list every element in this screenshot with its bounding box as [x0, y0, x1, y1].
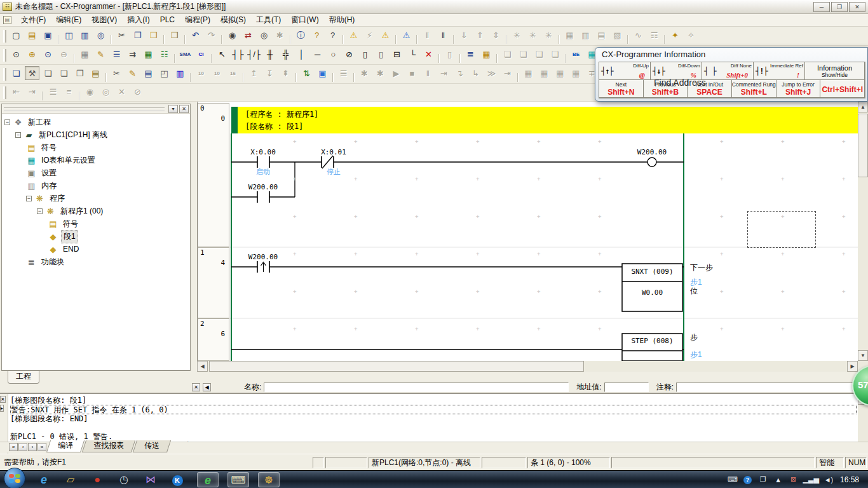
tab-scroll-next-button[interactable]: › — [28, 443, 37, 451]
output-tab-0[interactable]: 编译 — [46, 440, 85, 452]
ci-view-button[interactable]: CI — [194, 47, 208, 61]
tree-item-program1[interactable]: −❋新程序1 (00) — [2, 205, 190, 217]
menu-item-3[interactable]: 插入(I) — [122, 14, 154, 25]
open-file-button[interactable]: ▤ — [25, 28, 39, 42]
tree-item-local-symbols[interactable]: ▤符号 — [2, 217, 190, 230]
media-clock-icon[interactable]: ◷ — [113, 472, 135, 487]
toggle-watch-window-button[interactable]: ❏ — [41, 66, 55, 80]
menu-item-1[interactable]: 编辑(E) — [51, 14, 86, 25]
explorer-icon[interactable]: ▱ — [60, 472, 81, 487]
tray-keyboard-icon[interactable]: ⌨ — [727, 475, 738, 484]
instruction-name[interactable]: SNXT (009) — [622, 268, 682, 276]
io-comment-view-button[interactable]: ▥ — [173, 66, 187, 80]
save-button[interactable]: ▣ — [41, 28, 55, 42]
rung-header-band[interactable] — [238, 107, 858, 133]
menu-item-0[interactable]: 文件(F) — [16, 14, 51, 25]
cx-programmer-task-icon[interactable]: ⌨ — [227, 472, 249, 487]
symbol-bar-collapse-button[interactable]: ◀ — [203, 383, 211, 391]
start-button[interactable] — [4, 468, 25, 488]
rung-margin-0[interactable]: 0 0 — [198, 103, 229, 247]
menu-item-9[interactable]: 帮助(H) — [324, 14, 360, 25]
tree-item-programs[interactable]: −❋程序 — [2, 192, 190, 205]
pause-button[interactable]: ‖ — [436, 28, 451, 42]
replace-button[interactable]: ⇄ — [241, 28, 255, 42]
tray-signal-icon[interactable]: ▁▃▅ — [803, 475, 819, 484]
tree-item-function-blocks[interactable]: ≣功能块 — [2, 255, 190, 268]
new-closed-coil-button[interactable]: ⊘ — [342, 47, 356, 61]
comment-field[interactable] — [676, 383, 865, 392]
contact-address[interactable]: X:0.00 — [244, 148, 282, 156]
tree-item-global-symbols[interactable]: ▤符号 — [2, 141, 190, 154]
monitor-mode-button[interactable]: ▣ — [315, 66, 330, 80]
new-or-contact-button[interactable]: ╫ — [262, 47, 277, 61]
toolbar-grip[interactable] — [3, 30, 6, 43]
output-line-1[interactable]: 警告:SNXT 用作 SET 指令 在条 1 (6, 0) — [10, 405, 857, 414]
tray-volume-icon[interactable]: ◄) — [823, 476, 834, 484]
tree-item-io-table[interactable]: ▦IO表和单元设置 — [2, 154, 190, 166]
rung-margin-1[interactable]: 1 4 — [198, 247, 229, 318]
close-button[interactable]: ✕ — [849, 2, 865, 12]
panel-close-button[interactable]: ✕ — [179, 105, 189, 113]
print-preview-button[interactable]: ◎ — [93, 28, 108, 42]
menu-item-8[interactable]: 窗口(W) — [286, 14, 323, 25]
toolbar-grip[interactable] — [3, 68, 6, 81]
symbol-bar-close-button[interactable]: ✕ — [192, 383, 200, 391]
new-contact-button[interactable]: ┤├ — [231, 47, 245, 61]
new-instruction-button[interactable]: ▯ — [358, 47, 372, 61]
toggle-grid-button[interactable]: ▦ — [78, 47, 92, 61]
tray-hidden-icons[interactable]: ▲ — [773, 476, 784, 484]
paste-program-button[interactable]: ❒ — [167, 28, 182, 42]
tab-project[interactable]: 工程 — [8, 371, 39, 384]
address-value-field[interactable] — [604, 383, 649, 392]
hierarchy-view-button[interactable]: ☷ — [157, 47, 172, 61]
k-app-icon[interactable]: K — [166, 472, 188, 487]
toggle-output-window-button[interactable]: ⚒ — [25, 66, 39, 80]
stack-view-button[interactable]: ≣ — [463, 47, 478, 61]
ladder-diagram-editor[interactable]: ++++++++++++++++++++++++++++++++++++++++… — [197, 102, 858, 361]
scroll-thumb[interactable] — [209, 361, 584, 372]
tab-scroll-first-button[interactable]: « — [9, 443, 18, 451]
green-browser-icon[interactable]: e — [197, 472, 219, 487]
page-setup-button[interactable]: ◫ — [62, 28, 76, 42]
find-button[interactable]: ◉ — [225, 28, 240, 42]
find-retrace-button[interactable]: ◎ — [257, 28, 271, 42]
kmplayer-icon[interactable]: ⋈ — [140, 472, 161, 487]
rung-margin-2[interactable]: 2 6 — [198, 318, 229, 361]
tree-expander[interactable]: − — [26, 196, 32, 201]
transfer-options-button[interactable]: ⚠ — [399, 28, 414, 42]
section-list-button[interactable]: ▤ — [141, 66, 156, 80]
tree-expander[interactable]: − — [15, 132, 21, 138]
zoom-to-fit-button[interactable]: ⊙ — [9, 47, 24, 61]
tray-help-icon[interactable]: ? — [742, 475, 754, 484]
tree-item-section1[interactable]: ◆段1 — [2, 230, 190, 243]
data-view-button[interactable]: ▦ — [479, 47, 494, 61]
menu-item-5[interactable]: 编程(P) — [180, 14, 215, 25]
output-expand-button[interactable]: ▸ — [0, 405, 4, 412]
menu-item-2[interactable]: 视图(V) — [86, 14, 122, 25]
contact-comment[interactable]: 启动 — [244, 167, 282, 177]
tree-expander[interactable]: − — [4, 119, 10, 125]
cut-button[interactable]: ✂ — [114, 28, 129, 42]
new-vertical-line-button[interactable]: │ — [294, 47, 309, 61]
menu-item-4[interactable]: PLC — [155, 14, 180, 25]
output-tab-1[interactable]: 查找报表 — [82, 440, 135, 452]
tree-item-memory[interactable]: ▥内存 — [2, 179, 190, 192]
tab-scroll-prev-button[interactable]: ‹ — [18, 443, 27, 451]
new-inverted-instruction-button[interactable]: ▯ — [374, 47, 388, 61]
clip-rung-button[interactable]: ✂ — [109, 66, 124, 80]
new-file-button[interactable]: ▢ — [9, 28, 24, 42]
selection-rectangle[interactable] — [747, 211, 816, 248]
work-online-button[interactable]: ⇅ — [299, 66, 314, 80]
scroll-thumb[interactable] — [858, 114, 868, 177]
ladder-horizontal-scrollbar[interactable]: ◀ ▶ — [197, 361, 858, 372]
toolbar-grip[interactable] — [3, 49, 6, 62]
scroll-right-button[interactable]: ▶ — [847, 361, 858, 372]
pin-app-icon[interactable]: ● — [86, 472, 108, 487]
about-button[interactable]: ⓘ — [294, 28, 308, 42]
output-line-4[interactable]: 新PLC1 - 0 错误, 1 警告. — [10, 432, 857, 441]
zoom-in-button[interactable]: ⊕ — [25, 47, 39, 61]
dialog-view-button[interactable]: ◰ — [157, 66, 172, 80]
edit-comment-button[interactable]: ✎ — [125, 66, 140, 80]
zoom-normal-button[interactable]: ⊙ — [41, 47, 55, 61]
ladder-vertical-scrollbar[interactable]: ▲ ▼ — [858, 102, 868, 361]
